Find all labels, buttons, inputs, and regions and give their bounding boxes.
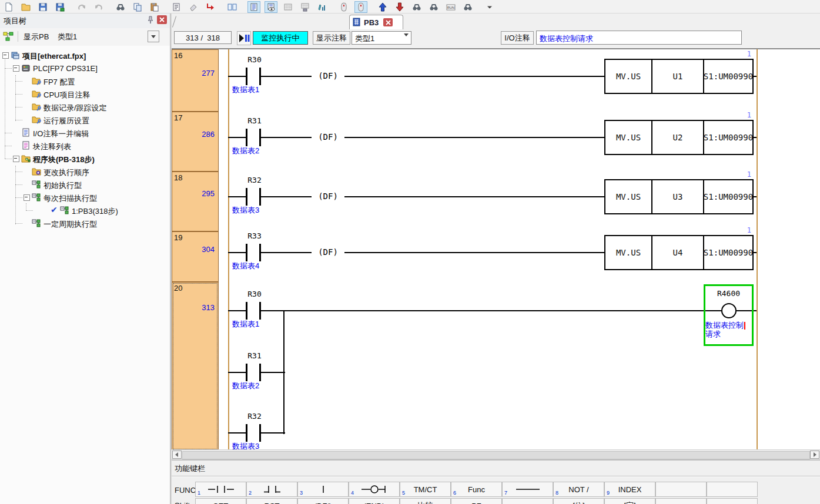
chevron-down-icon[interactable] xyxy=(404,36,409,45)
pb-type-value[interactable]: 类型1 xyxy=(58,32,77,42)
comment-type-select[interactable]: 类型1 xyxy=(352,31,411,45)
fkey-coil[interactable]: 4 xyxy=(349,482,400,497)
tree-expander-icon[interactable] xyxy=(13,156,19,162)
fkey-not[interactable]: NOT /8 xyxy=(553,482,604,497)
fkey-shift-7[interactable]: ↑↓ xyxy=(502,498,553,504)
df-instruction[interactable]: (DF) xyxy=(312,70,344,81)
fkey-shift-3[interactable]: (DF/) xyxy=(297,498,349,504)
trace-chart-icon[interactable] xyxy=(316,1,329,13)
copy-icon[interactable] xyxy=(131,1,144,13)
contact-bar[interactable] xyxy=(246,188,247,206)
redo-icon[interactable] xyxy=(92,1,105,13)
sidebar-item[interactable]: 数据记录/跟踪设定 xyxy=(0,101,168,113)
fkey-shift-11[interactable] xyxy=(707,498,758,504)
monitor-view-icon[interactable] xyxy=(247,1,260,13)
mouse-icon[interactable] xyxy=(337,1,350,13)
pin-icon[interactable] xyxy=(146,15,155,25)
contact-bar[interactable] xyxy=(246,129,247,146)
fkey-contact[interactable]: 1 xyxy=(195,482,246,497)
comment-list-icon[interactable] xyxy=(170,1,183,13)
tree-expander-icon[interactable] xyxy=(24,194,30,201)
pb-type-dropdown[interactable] xyxy=(148,31,159,42)
instruction-box-cell[interactable]: S1:UM00990 xyxy=(703,120,754,155)
monitor-search-icon[interactable] xyxy=(461,1,474,13)
instruction-box-cell[interactable]: U1 xyxy=(651,59,704,94)
fkey-shift-2[interactable]: RST xyxy=(246,498,297,504)
fkey-empty-2[interactable] xyxy=(707,482,758,497)
sidebar-item[interactable]: 一定周期执行型 xyxy=(0,217,168,229)
run-mode-icon[interactable]: RUN xyxy=(444,1,457,13)
upload-icon[interactable] xyxy=(376,1,389,13)
verify-icon[interactable] xyxy=(410,1,423,13)
monitor-eye-icon[interactable] xyxy=(265,1,277,13)
sidebar-item[interactable]: 程序块(PB-318步) xyxy=(0,153,168,164)
fkey-shift-8[interactable]: [位] xyxy=(553,498,604,504)
new-file-icon[interactable] xyxy=(2,1,15,13)
fkey-index[interactable]: INDEX9 xyxy=(604,482,655,497)
contact-bar[interactable] xyxy=(246,244,247,261)
sidebar-item[interactable]: 运行履历设置 xyxy=(0,114,168,126)
rung-header[interactable]: 17286 xyxy=(172,112,219,172)
save-as-icon[interactable] xyxy=(53,1,66,13)
sidebar-item[interactable]: 初始执行型 xyxy=(0,179,168,190)
instruction-box-cell[interactable]: S1:UM00990 xyxy=(703,179,754,214)
fkey-timer-counter[interactable]: TM/CT5 xyxy=(400,482,451,497)
instruction-box-cell[interactable]: S1:UM00990 xyxy=(703,59,754,94)
sidebar-item[interactable]: 块注释列表 xyxy=(0,140,168,152)
find-icon[interactable] xyxy=(114,1,127,13)
org-tree-icon[interactable] xyxy=(3,31,14,42)
rung-header[interactable]: 19304 xyxy=(172,231,219,282)
io-comment-button[interactable]: I/O注释 xyxy=(501,31,534,45)
tree-expander-icon[interactable] xyxy=(13,65,19,72)
instruction-box-cell[interactable]: U2 xyxy=(651,120,704,155)
df-instruction[interactable]: (DF) xyxy=(312,247,344,257)
sidebar-item[interactable]: 每次扫描执行型 xyxy=(0,191,168,203)
instruction-box-cell[interactable]: MV.US xyxy=(604,59,652,94)
fkey-function[interactable]: Func6 xyxy=(451,482,502,497)
fkey-shift-9[interactable]: [字] xyxy=(604,498,655,504)
save-icon[interactable] xyxy=(36,1,49,13)
sidebar-item[interactable]: CPU项目注释 xyxy=(0,88,168,100)
instruction-box-cell[interactable]: U4 xyxy=(651,235,704,270)
show-comment-button[interactable]: 显示注释 xyxy=(313,31,350,45)
download-icon[interactable] xyxy=(393,1,406,13)
jump-icon[interactable] xyxy=(204,1,217,13)
open-project-icon[interactable] xyxy=(19,1,32,13)
fkey-empty-1[interactable] xyxy=(655,482,707,497)
device-monitor-icon[interactable] xyxy=(299,1,312,13)
rung-header[interactable]: 16277 xyxy=(172,49,219,112)
monitor-run-pause-icon[interactable] xyxy=(237,31,251,45)
undo-icon[interactable] xyxy=(75,1,88,13)
toolbar-more-icon[interactable] xyxy=(483,1,496,13)
eraser-icon[interactable] xyxy=(187,1,200,13)
split-window-icon[interactable] xyxy=(226,1,239,13)
ladder-editor[interactable]: 16277R30数据表1(DF)MV.USU1S1:UM00990117286R… xyxy=(172,48,820,451)
close-icon[interactable] xyxy=(157,15,167,24)
paste-icon[interactable] xyxy=(148,1,161,13)
tab-close-icon[interactable] xyxy=(383,18,393,26)
search-icon[interactable] xyxy=(427,1,440,13)
horizontal-scrollbar[interactable] xyxy=(172,449,820,459)
contact-bar[interactable] xyxy=(246,364,247,381)
io-comment-field[interactable]: 数据表控制请求 xyxy=(536,31,742,45)
contact-bar[interactable] xyxy=(246,302,247,320)
sidebar-item[interactable]: I/O注释一并编辑 xyxy=(0,127,168,139)
instruction-box-cell[interactable]: MV.US xyxy=(604,179,652,214)
sidebar-item[interactable]: PLC[FP7 CPS31E] xyxy=(0,62,168,74)
fkey-shift-6[interactable]: PF xyxy=(451,498,502,504)
fkey-shift-1[interactable]: SET xyxy=(195,498,246,504)
scroll-left-icon[interactable] xyxy=(172,451,182,459)
instruction-box-cell[interactable]: U3 xyxy=(651,179,704,214)
fkey-shift-5[interactable]: 比较 xyxy=(400,498,451,504)
show-pb-label[interactable]: 显示PB xyxy=(24,32,49,42)
instruction-box-cell[interactable]: MV.US xyxy=(604,120,652,155)
rung-header[interactable]: 18295 xyxy=(172,172,219,231)
grid-monitor-icon[interactable] xyxy=(282,1,294,13)
sidebar-item[interactable]: ✔1:PB3(318步) xyxy=(0,204,168,216)
scroll-right-icon[interactable] xyxy=(810,451,819,459)
df-instruction[interactable]: (DF) xyxy=(312,191,344,201)
instruction-box-cell[interactable]: S1:UM00990 xyxy=(703,235,754,270)
sidebar-item[interactable]: FP7 配置 xyxy=(0,75,168,87)
scroll-thumb[interactable] xyxy=(182,451,810,459)
df-instruction[interactable]: (DF) xyxy=(312,132,344,142)
